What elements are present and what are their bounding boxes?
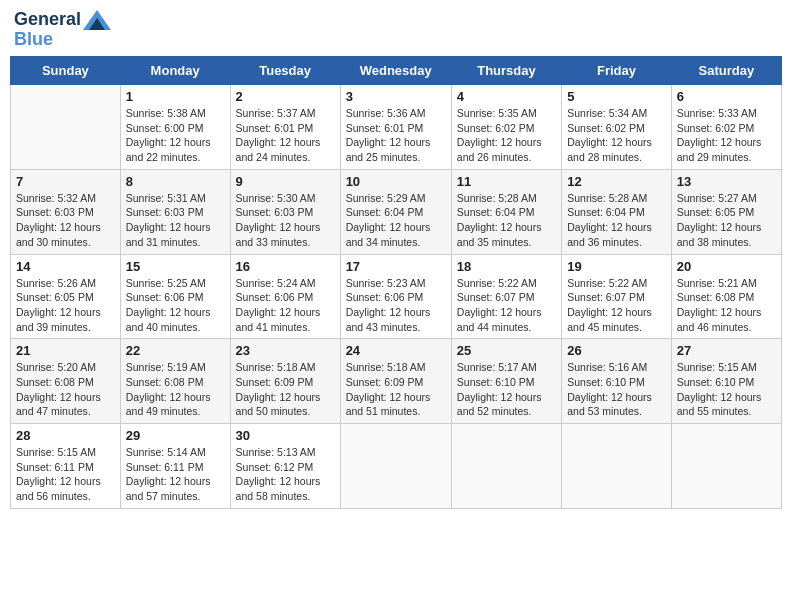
calendar-cell: 2Sunrise: 5:37 AM Sunset: 6:01 PM Daylig… bbox=[230, 85, 340, 170]
calendar-cell: 25Sunrise: 5:17 AM Sunset: 6:10 PM Dayli… bbox=[451, 339, 561, 424]
day-number: 1 bbox=[126, 89, 225, 104]
day-info: Sunrise: 5:27 AM Sunset: 6:05 PM Dayligh… bbox=[677, 191, 776, 250]
day-number: 4 bbox=[457, 89, 556, 104]
week-row-1: 1Sunrise: 5:38 AM Sunset: 6:00 PM Daylig… bbox=[11, 85, 782, 170]
calendar-cell bbox=[562, 424, 672, 509]
calendar-cell: 5Sunrise: 5:34 AM Sunset: 6:02 PM Daylig… bbox=[562, 85, 672, 170]
day-number: 26 bbox=[567, 343, 666, 358]
calendar-cell: 11Sunrise: 5:28 AM Sunset: 6:04 PM Dayli… bbox=[451, 169, 561, 254]
calendar-cell: 28Sunrise: 5:15 AM Sunset: 6:11 PM Dayli… bbox=[11, 424, 121, 509]
day-info: Sunrise: 5:16 AM Sunset: 6:10 PM Dayligh… bbox=[567, 360, 666, 419]
calendar-cell: 24Sunrise: 5:18 AM Sunset: 6:09 PM Dayli… bbox=[340, 339, 451, 424]
calendar-cell: 12Sunrise: 5:28 AM Sunset: 6:04 PM Dayli… bbox=[562, 169, 672, 254]
calendar-cell bbox=[11, 85, 121, 170]
calendar-cell bbox=[671, 424, 781, 509]
week-row-4: 21Sunrise: 5:20 AM Sunset: 6:08 PM Dayli… bbox=[11, 339, 782, 424]
day-number: 2 bbox=[236, 89, 335, 104]
col-header-tuesday: Tuesday bbox=[230, 57, 340, 85]
day-number: 9 bbox=[236, 174, 335, 189]
calendar-cell bbox=[340, 424, 451, 509]
calendar-cell: 6Sunrise: 5:33 AM Sunset: 6:02 PM Daylig… bbox=[671, 85, 781, 170]
day-number: 29 bbox=[126, 428, 225, 443]
logo: General Blue bbox=[14, 10, 111, 50]
day-number: 27 bbox=[677, 343, 776, 358]
header-row: SundayMondayTuesdayWednesdayThursdayFrid… bbox=[11, 57, 782, 85]
col-header-monday: Monday bbox=[120, 57, 230, 85]
day-number: 18 bbox=[457, 259, 556, 274]
calendar-cell: 10Sunrise: 5:29 AM Sunset: 6:04 PM Dayli… bbox=[340, 169, 451, 254]
day-number: 17 bbox=[346, 259, 446, 274]
calendar-cell: 18Sunrise: 5:22 AM Sunset: 6:07 PM Dayli… bbox=[451, 254, 561, 339]
col-header-saturday: Saturday bbox=[671, 57, 781, 85]
calendar-cell: 9Sunrise: 5:30 AM Sunset: 6:03 PM Daylig… bbox=[230, 169, 340, 254]
day-info: Sunrise: 5:21 AM Sunset: 6:08 PM Dayligh… bbox=[677, 276, 776, 335]
calendar-cell: 17Sunrise: 5:23 AM Sunset: 6:06 PM Dayli… bbox=[340, 254, 451, 339]
calendar-cell: 8Sunrise: 5:31 AM Sunset: 6:03 PM Daylig… bbox=[120, 169, 230, 254]
day-info: Sunrise: 5:34 AM Sunset: 6:02 PM Dayligh… bbox=[567, 106, 666, 165]
calendar-cell: 7Sunrise: 5:32 AM Sunset: 6:03 PM Daylig… bbox=[11, 169, 121, 254]
calendar-cell: 30Sunrise: 5:13 AM Sunset: 6:12 PM Dayli… bbox=[230, 424, 340, 509]
calendar-cell: 19Sunrise: 5:22 AM Sunset: 6:07 PM Dayli… bbox=[562, 254, 672, 339]
day-info: Sunrise: 5:29 AM Sunset: 6:04 PM Dayligh… bbox=[346, 191, 446, 250]
calendar-cell: 16Sunrise: 5:24 AM Sunset: 6:06 PM Dayli… bbox=[230, 254, 340, 339]
day-number: 19 bbox=[567, 259, 666, 274]
day-number: 3 bbox=[346, 89, 446, 104]
calendar-cell: 4Sunrise: 5:35 AM Sunset: 6:02 PM Daylig… bbox=[451, 85, 561, 170]
day-number: 23 bbox=[236, 343, 335, 358]
calendar-cell: 27Sunrise: 5:15 AM Sunset: 6:10 PM Dayli… bbox=[671, 339, 781, 424]
day-number: 24 bbox=[346, 343, 446, 358]
day-info: Sunrise: 5:23 AM Sunset: 6:06 PM Dayligh… bbox=[346, 276, 446, 335]
calendar-table: SundayMondayTuesdayWednesdayThursdayFrid… bbox=[10, 56, 782, 509]
page-header: General Blue bbox=[10, 10, 782, 50]
day-number: 21 bbox=[16, 343, 115, 358]
calendar-cell: 14Sunrise: 5:26 AM Sunset: 6:05 PM Dayli… bbox=[11, 254, 121, 339]
col-header-sunday: Sunday bbox=[11, 57, 121, 85]
day-number: 15 bbox=[126, 259, 225, 274]
day-number: 28 bbox=[16, 428, 115, 443]
day-info: Sunrise: 5:28 AM Sunset: 6:04 PM Dayligh… bbox=[567, 191, 666, 250]
day-info: Sunrise: 5:13 AM Sunset: 6:12 PM Dayligh… bbox=[236, 445, 335, 504]
day-info: Sunrise: 5:37 AM Sunset: 6:01 PM Dayligh… bbox=[236, 106, 335, 165]
week-row-2: 7Sunrise: 5:32 AM Sunset: 6:03 PM Daylig… bbox=[11, 169, 782, 254]
day-number: 5 bbox=[567, 89, 666, 104]
day-number: 6 bbox=[677, 89, 776, 104]
calendar-cell: 26Sunrise: 5:16 AM Sunset: 6:10 PM Dayli… bbox=[562, 339, 672, 424]
day-number: 14 bbox=[16, 259, 115, 274]
day-number: 8 bbox=[126, 174, 225, 189]
day-number: 20 bbox=[677, 259, 776, 274]
calendar-cell: 21Sunrise: 5:20 AM Sunset: 6:08 PM Dayli… bbox=[11, 339, 121, 424]
calendar-cell: 3Sunrise: 5:36 AM Sunset: 6:01 PM Daylig… bbox=[340, 85, 451, 170]
day-info: Sunrise: 5:31 AM Sunset: 6:03 PM Dayligh… bbox=[126, 191, 225, 250]
day-info: Sunrise: 5:15 AM Sunset: 6:10 PM Dayligh… bbox=[677, 360, 776, 419]
calendar-cell: 23Sunrise: 5:18 AM Sunset: 6:09 PM Dayli… bbox=[230, 339, 340, 424]
day-info: Sunrise: 5:20 AM Sunset: 6:08 PM Dayligh… bbox=[16, 360, 115, 419]
day-info: Sunrise: 5:36 AM Sunset: 6:01 PM Dayligh… bbox=[346, 106, 446, 165]
day-number: 7 bbox=[16, 174, 115, 189]
calendar-cell: 29Sunrise: 5:14 AM Sunset: 6:11 PM Dayli… bbox=[120, 424, 230, 509]
day-info: Sunrise: 5:38 AM Sunset: 6:00 PM Dayligh… bbox=[126, 106, 225, 165]
day-info: Sunrise: 5:14 AM Sunset: 6:11 PM Dayligh… bbox=[126, 445, 225, 504]
calendar-cell: 20Sunrise: 5:21 AM Sunset: 6:08 PM Dayli… bbox=[671, 254, 781, 339]
day-info: Sunrise: 5:33 AM Sunset: 6:02 PM Dayligh… bbox=[677, 106, 776, 165]
day-info: Sunrise: 5:22 AM Sunset: 6:07 PM Dayligh… bbox=[567, 276, 666, 335]
day-number: 13 bbox=[677, 174, 776, 189]
day-info: Sunrise: 5:17 AM Sunset: 6:10 PM Dayligh… bbox=[457, 360, 556, 419]
calendar-cell: 15Sunrise: 5:25 AM Sunset: 6:06 PM Dayli… bbox=[120, 254, 230, 339]
col-header-wednesday: Wednesday bbox=[340, 57, 451, 85]
day-number: 12 bbox=[567, 174, 666, 189]
day-info: Sunrise: 5:19 AM Sunset: 6:08 PM Dayligh… bbox=[126, 360, 225, 419]
day-info: Sunrise: 5:28 AM Sunset: 6:04 PM Dayligh… bbox=[457, 191, 556, 250]
day-info: Sunrise: 5:35 AM Sunset: 6:02 PM Dayligh… bbox=[457, 106, 556, 165]
day-number: 25 bbox=[457, 343, 556, 358]
day-info: Sunrise: 5:26 AM Sunset: 6:05 PM Dayligh… bbox=[16, 276, 115, 335]
day-number: 10 bbox=[346, 174, 446, 189]
day-info: Sunrise: 5:22 AM Sunset: 6:07 PM Dayligh… bbox=[457, 276, 556, 335]
week-row-3: 14Sunrise: 5:26 AM Sunset: 6:05 PM Dayli… bbox=[11, 254, 782, 339]
calendar-cell bbox=[451, 424, 561, 509]
day-number: 30 bbox=[236, 428, 335, 443]
calendar-cell: 1Sunrise: 5:38 AM Sunset: 6:00 PM Daylig… bbox=[120, 85, 230, 170]
day-info: Sunrise: 5:30 AM Sunset: 6:03 PM Dayligh… bbox=[236, 191, 335, 250]
day-number: 11 bbox=[457, 174, 556, 189]
day-info: Sunrise: 5:32 AM Sunset: 6:03 PM Dayligh… bbox=[16, 191, 115, 250]
week-row-5: 28Sunrise: 5:15 AM Sunset: 6:11 PM Dayli… bbox=[11, 424, 782, 509]
